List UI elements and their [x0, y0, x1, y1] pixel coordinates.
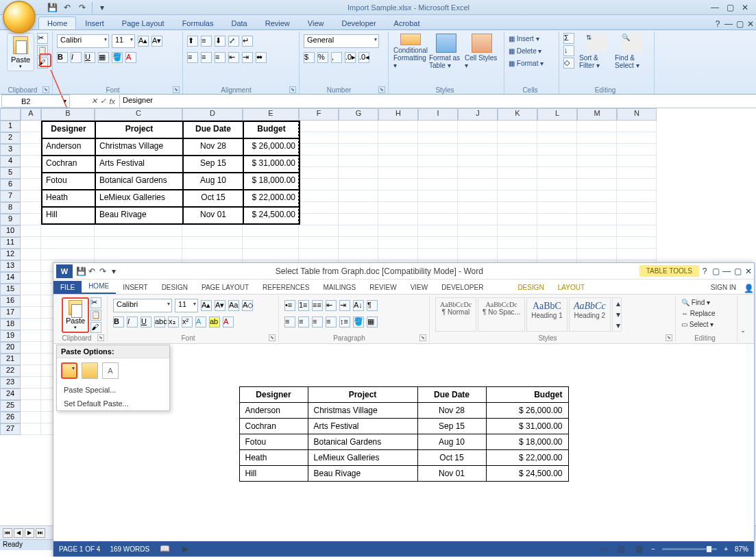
style-normal[interactable]: AaBbCcDc¶ Normal	[435, 297, 476, 332]
help-icon[interactable]: ?	[712, 18, 723, 29]
row-hdr[interactable]: 21	[0, 354, 21, 365]
w-clipboard-dialog-icon[interactable]: ⬊	[97, 334, 104, 341]
font-name-select[interactable]: Calibri	[57, 34, 109, 48]
wtab-design[interactable]: DESIGN	[155, 281, 195, 294]
undo-icon[interactable]: ↶	[62, 2, 73, 13]
style-no-spacing[interactable]: AaBbCcDc¶ No Spac...	[478, 297, 525, 332]
align-bottom-icon[interactable]: ⬇	[215, 36, 225, 47]
row-hdr[interactable]: 10	[0, 225, 21, 237]
decrease-decimal-icon[interactable]: .0◂	[358, 52, 369, 63]
word-copy-icon[interactable]: 📋	[90, 310, 101, 321]
shading-icon[interactable]: 🪣	[353, 317, 364, 327]
fill-icon[interactable]: ↓	[563, 45, 574, 56]
text-effects-icon[interactable]: A	[195, 317, 206, 327]
tab-view[interactable]: View	[299, 16, 333, 29]
tab-formulas[interactable]: Formulas	[173, 16, 223, 29]
subscript-icon[interactable]: x₂	[168, 317, 179, 327]
col-A[interactable]: A	[21, 108, 41, 121]
hdr-duedate[interactable]: Due Date	[183, 121, 243, 138]
close-icon[interactable]: ✕	[740, 2, 751, 13]
col-M[interactable]: M	[577, 108, 617, 121]
w-borders-icon[interactable]: ▦	[367, 317, 378, 327]
style-heading1[interactable]: AaBbCHeading 1	[526, 297, 568, 332]
wtab-file[interactable]: FILE	[53, 281, 82, 294]
insert-cells-button[interactable]: ▦ Insert ▾	[509, 33, 554, 45]
w-italic-button[interactable]: I	[127, 317, 138, 327]
col-J[interactable]: J	[458, 108, 498, 121]
wth-project[interactable]: Project	[308, 387, 417, 403]
superscript-icon[interactable]: x²	[182, 317, 193, 327]
wtab-page-layout[interactable]: PAGE LAYOUT	[195, 281, 256, 294]
office-button[interactable]	[3, 1, 36, 34]
increase-indent-icon[interactable]: ⇥	[242, 52, 253, 63]
comma-icon[interactable]: ,	[331, 52, 342, 63]
word-minimize-icon[interactable]: —	[721, 266, 732, 277]
word-format-painter-icon[interactable]: 🖌	[90, 322, 101, 333]
fill-color-icon[interactable]: 🪣	[112, 52, 123, 63]
word-cut-icon[interactable]: ✂	[90, 297, 101, 308]
show-hide-icon[interactable]: ¶	[367, 300, 378, 311]
table-row[interactable]: HeathLeMieux GalleriesOct 15$ 22,000.00	[42, 190, 300, 207]
web-layout-icon[interactable]: ▦	[633, 543, 644, 554]
word-help-icon[interactable]: ?	[699, 266, 710, 277]
next-sheet-icon[interactable]: ▶	[25, 528, 34, 538]
row-hdr[interactable]: 5	[0, 167, 21, 179]
w-align-right-icon[interactable]: ≡	[312, 317, 323, 327]
row-hdr[interactable]: 27	[0, 423, 21, 435]
clear-formatting-icon[interactable]: A◇	[242, 300, 253, 311]
word-restore-icon[interactable]: ▢	[732, 266, 743, 277]
row-hdr[interactable]: 3	[0, 144, 21, 156]
multilevel-icon[interactable]: ≡≡	[312, 300, 323, 311]
word-close-icon[interactable]: ✕	[743, 266, 754, 277]
styles-down-icon[interactable]: ▾	[613, 309, 624, 320]
page-indicator[interactable]: PAGE 1 OF 4	[59, 545, 100, 553]
delete-cells-button[interactable]: ▦ Delete ▾	[509, 45, 554, 58]
w-replace-button[interactable]: ↔ Replace	[681, 308, 731, 319]
w-shrink-font-icon[interactable]: A▾	[215, 300, 225, 311]
number-dialog-icon[interactable]: ⬊	[378, 86, 385, 93]
wtab-insert[interactable]: INSERT	[116, 281, 155, 294]
align-right-icon[interactable]: ≡	[215, 52, 225, 63]
row-hdr[interactable]: 18	[0, 319, 21, 330]
hdr-project[interactable]: Project	[95, 121, 183, 138]
grid-row[interactable]: 12	[0, 249, 756, 260]
w-increase-indent-icon[interactable]: ⇥	[339, 300, 350, 311]
font-size-select[interactable]: 11	[112, 34, 135, 48]
row-hdr[interactable]: 16	[0, 295, 21, 307]
sort-filter-button[interactable]: ⇅Sort & Filter ▾	[578, 33, 614, 71]
excel-data-table[interactable]: Designer Project Due Date Budget Anderso…	[41, 121, 300, 225]
wtab-table-layout[interactable]: LAYOUT	[551, 281, 592, 294]
wtab-review[interactable]: REVIEW	[363, 281, 403, 294]
cell-styles-button[interactable]: Cell Styles ▾	[464, 33, 500, 71]
w-bold-button[interactable]: B	[113, 317, 124, 327]
clipboard-dialog-icon[interactable]: ⬊	[42, 86, 49, 93]
number-format-select[interactable]: General	[304, 34, 379, 48]
set-default-paste-item[interactable]: Set Default Paste...	[57, 397, 169, 410]
table-row[interactable]: CochranArts FestivalSep 15$ 31,000.00	[42, 156, 300, 173]
col-H[interactable]: H	[378, 108, 418, 121]
col-N[interactable]: N	[617, 108, 657, 121]
wrap-text-icon[interactable]: ↵	[242, 36, 253, 47]
first-sheet-icon[interactable]: ⏮	[3, 528, 12, 538]
w-align-center-icon[interactable]: ≡	[298, 317, 309, 327]
doc-minimize-icon[interactable]: —	[723, 18, 734, 29]
word-undo-icon[interactable]: ↶	[86, 266, 97, 277]
word-save-icon[interactable]: 💾	[75, 266, 86, 277]
col-E[interactable]: E	[243, 108, 299, 121]
table-row[interactable]: HeathLeMieux GalleriesOct 15$ 22,000.00	[239, 450, 568, 466]
table-row[interactable]: HillBeau RivageNov 01$ 24,500.00	[239, 466, 568, 482]
tab-acrobat[interactable]: Acrobat	[385, 16, 429, 29]
select-all-corner[interactable]	[0, 108, 21, 121]
row-hdr[interactable]: 13	[0, 260, 21, 272]
formula-bar[interactable]: Designer	[119, 95, 756, 108]
w-font-name-select[interactable]: Calibri	[113, 299, 172, 312]
table-row[interactable]: FotouBotanical GardensAug 10$ 18,000.00	[42, 173, 300, 190]
row-hdr[interactable]: 20	[0, 342, 21, 354]
styles-up-icon[interactable]: ▴	[613, 298, 624, 309]
justify-icon[interactable]: ≡	[326, 317, 337, 327]
table-row[interactable]: AndersonChristmas VillageNov 28$ 26,000.…	[42, 138, 300, 156]
percent-icon[interactable]: %	[317, 52, 328, 63]
grid-row[interactable]: 11	[0, 237, 756, 249]
read-mode-icon[interactable]: ▭	[598, 543, 609, 554]
row-hdr[interactable]: 12	[0, 249, 21, 260]
